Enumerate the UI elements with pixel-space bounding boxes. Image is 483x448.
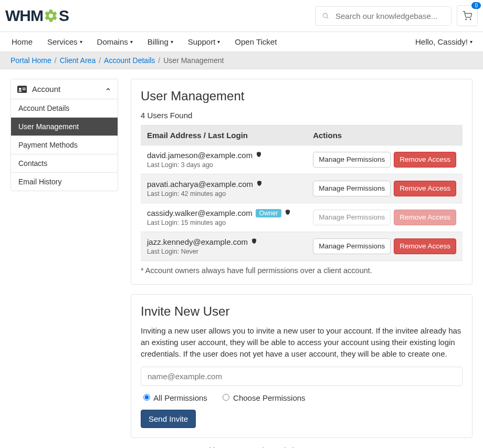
chevron-down-icon: ▾ — [217, 39, 220, 45]
th-actions: Actions — [307, 126, 463, 145]
nav-item-services[interactable]: Services▾ — [40, 32, 90, 51]
svg-rect-7 — [23, 88, 26, 89]
nav-item-label: Billing — [148, 37, 169, 46]
breadcrumb-separator: / — [158, 56, 160, 65]
gear-icon — [44, 8, 58, 23]
radio-choose-label: Choose Permissions — [233, 393, 306, 402]
shield-icon — [285, 209, 291, 217]
manage-permissions-button[interactable]: Manage Permissions — [313, 152, 391, 168]
table-row: david.jameson@example.com Last Login: 3 … — [141, 145, 463, 174]
table-row: jazz.kennedy@example.com Last Login: Nev… — [141, 232, 463, 261]
id-card-icon — [17, 86, 27, 93]
manage-permissions-button: Manage Permissions — [313, 210, 391, 225]
th-email: Email Address / Last Login — [141, 126, 307, 145]
sidebar-item-contacts[interactable]: Contacts — [11, 154, 118, 173]
breadcrumb-item[interactable]: Portal Home — [10, 56, 51, 65]
nav-item-label: Home — [12, 37, 33, 46]
last-login: Last Login: 15 minutes ago — [147, 219, 300, 226]
svg-point-3 — [470, 19, 471, 20]
user-management-card: User Management 4 Users Found Email Addr… — [131, 79, 472, 285]
nav-item-label: Domains — [97, 37, 128, 46]
user-greeting: Hello, Cassidy! — [415, 37, 468, 46]
invite-email-input[interactable] — [141, 367, 463, 386]
nav-item-open-ticket[interactable]: Open Ticket — [227, 32, 284, 51]
cart-count-badge: 0 — [471, 2, 481, 9]
logo-text-left: WHM — [5, 7, 43, 25]
breadcrumb-separator: / — [55, 56, 57, 65]
svg-rect-6 — [18, 90, 22, 91]
breadcrumb-item[interactable]: Account Details — [104, 56, 155, 65]
chevron-up-icon — [105, 86, 111, 92]
sidebar-item-account-details[interactable]: Account Details — [11, 99, 118, 118]
nav-item-billing[interactable]: Billing▾ — [140, 32, 181, 51]
sidebar-item-email-history[interactable]: Email History — [11, 173, 118, 191]
logo[interactable]: WHM S — [5, 7, 69, 25]
search-input[interactable] — [335, 7, 451, 25]
radio-all-permissions-input[interactable] — [143, 394, 150, 401]
manage-permissions-button[interactable]: Manage Permissions — [313, 238, 391, 254]
users-table: Email Address / Last Login Actions david… — [141, 125, 463, 261]
radio-all-label: All Permissions — [153, 393, 207, 402]
main-nav: HomeServices▾Domains▾Billing▾Support▾Ope… — [10, 32, 284, 51]
user-menu[interactable]: Hello, Cassidy! ▾ — [415, 32, 472, 51]
breadcrumb-item[interactable]: Client Area — [60, 56, 96, 65]
sidebar-account-panel: Account Account DetailsUser ManagementPa… — [10, 79, 118, 191]
user-email: cassidy.walker@example.com — [147, 209, 253, 217]
shield-icon — [256, 151, 262, 160]
search-input-wrapper — [315, 6, 452, 26]
sidebar-account-toggle[interactable]: Account — [11, 79, 118, 99]
chevron-down-icon: ▾ — [80, 39, 82, 45]
nav-item-home[interactable]: Home — [10, 32, 40, 51]
nav-item-domains[interactable]: Domains▾ — [90, 32, 140, 51]
sidebar-item-payment-methods[interactable]: Payment Methods — [11, 136, 118, 154]
svg-point-2 — [466, 19, 467, 20]
invite-blurb: Inviting a new user allows you to invite… — [141, 325, 463, 359]
remove-access-button: Remove Access — [394, 210, 456, 225]
nav-item-support[interactable]: Support▾ — [181, 32, 228, 51]
chevron-down-icon: ▾ — [130, 39, 133, 45]
last-login: Last Login: 42 minutes ago — [147, 190, 300, 197]
breadcrumb-separator: / — [99, 56, 101, 65]
logo-text-right: S — [59, 7, 69, 25]
radio-all-permissions[interactable]: All Permissions — [141, 392, 207, 402]
breadcrumb: Portal Home/Client Area/Account Details/… — [10, 52, 472, 69]
nav-item-label: Open Ticket — [235, 37, 277, 46]
nav-item-label: Services — [47, 37, 78, 46]
remove-access-button[interactable]: Remove Access — [394, 238, 456, 254]
table-row: pavati.acharya@example.com Last Login: 4… — [141, 174, 463, 203]
sidebar-title: Account — [32, 85, 60, 93]
svg-point-0 — [323, 13, 327, 17]
radio-choose-permissions[interactable]: Choose Permissions — [220, 392, 306, 402]
last-login: Last Login: Never — [147, 248, 300, 255]
invite-user-card: Invite New User Inviting a new user allo… — [131, 294, 472, 438]
shield-icon — [256, 180, 262, 189]
svg-point-5 — [19, 88, 22, 90]
remove-access-button[interactable]: Remove Access — [394, 181, 456, 196]
last-login: Last Login: 3 days ago — [147, 161, 300, 169]
user-count-text: 4 Users Found — [141, 111, 463, 120]
svg-line-1 — [327, 17, 329, 19]
nav-item-label: Support — [188, 37, 216, 46]
page-title: User Management — [141, 89, 463, 103]
user-email: pavati.acharya@example.com — [147, 180, 253, 189]
cart-button[interactable]: 0 — [457, 5, 478, 26]
svg-rect-8 — [23, 89, 26, 90]
send-invite-button[interactable]: Send Invite — [141, 410, 196, 428]
owner-footnote: * Account owners always have full permis… — [141, 266, 463, 275]
radio-choose-permissions-input[interactable] — [223, 394, 229, 401]
sidebar-item-user-management[interactable]: User Management — [11, 118, 118, 136]
manage-permissions-button[interactable]: Manage Permissions — [313, 181, 391, 196]
breadcrumb-item: User Management — [163, 56, 224, 65]
user-email: david.jameson@example.com — [147, 151, 253, 160]
table-row: cassidy.walker@example.com Owner Last Lo… — [141, 203, 463, 232]
owner-badge: Owner — [256, 209, 281, 217]
cart-icon — [463, 11, 472, 20]
search-icon — [316, 12, 335, 19]
remove-access-button[interactable]: Remove Access — [394, 152, 456, 168]
chevron-down-icon: ▾ — [470, 39, 472, 45]
invite-heading: Invite New User — [141, 304, 463, 319]
footer: Powered by WHMCompleteSolution — [5, 438, 478, 448]
shield-icon — [251, 237, 257, 246]
user-email: jazz.kennedy@example.com — [147, 237, 248, 246]
chevron-down-icon: ▾ — [171, 39, 173, 45]
